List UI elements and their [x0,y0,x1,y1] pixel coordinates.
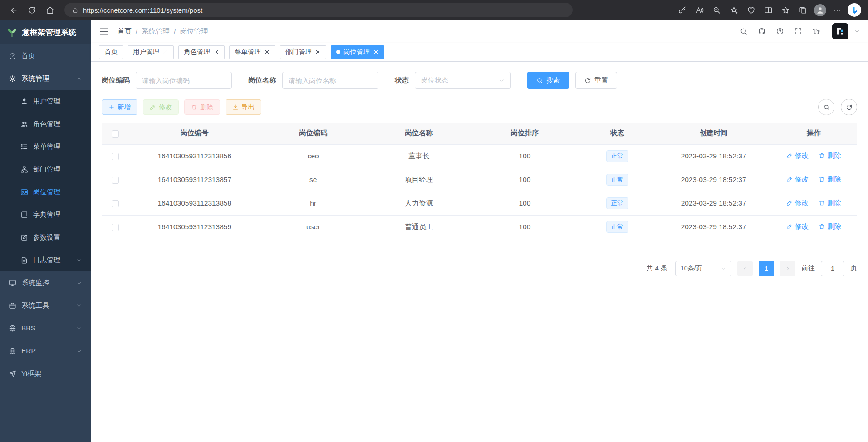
toggle-search-button[interactable] [818,99,834,115]
page-number-button[interactable]: 1 [759,261,774,276]
post-name: 项目经理 [366,168,472,192]
github-button[interactable] [754,24,770,39]
export-button[interactable]: 导出 [226,99,261,115]
edit-icon [786,223,793,230]
row-delete-link[interactable]: 删除 [819,152,841,160]
breadcrumb-home[interactable]: 首页 [118,27,132,36]
key-button[interactable] [674,2,690,18]
search-button[interactable]: 搜索 [527,72,569,89]
favorites-icon [781,6,790,15]
status-select[interactable]: 岗位状态 [415,72,511,89]
refresh-icon [28,6,36,15]
sidebar-item-erp[interactable]: ERP [0,339,91,362]
sidebar: 意框架管理系统 首页 系统管理 用户管理 角色管理 菜单管理 [0,20,91,442]
post-code-input[interactable] [136,72,232,89]
row-delete-link[interactable]: 删除 [819,175,841,184]
collections-button[interactable] [794,2,811,18]
status-badge: 正常 [606,221,628,233]
post-id: 1641030593112313858 [129,192,260,215]
close-icon[interactable] [373,49,379,55]
sidebar-item-dictionary[interactable]: 字典管理 [0,203,91,226]
row-checkbox[interactable] [112,153,119,160]
tab-menus[interactable]: 菜单管理 [229,45,275,59]
tab-users[interactable]: 用户管理 [128,45,174,59]
dashboard-icon [9,52,16,60]
split-screen-button[interactable] [760,2,776,18]
sidebar-item-parameters[interactable]: 参数设置 [0,226,91,249]
main-panel: 首页 / 系统管理 / 岗位管理 首页 用户管理 [91,20,868,442]
post-sort: 100 [472,168,578,192]
sidebar-item-departments[interactable]: 部门管理 [0,158,91,181]
next-page-button[interactable] [780,261,795,276]
refresh-table-button[interactable] [841,99,857,115]
table-row: 1641030593112313857 se 项目经理 100 正常 2023-… [102,168,857,192]
favorites-add-button[interactable] [726,2,742,18]
browser-home-button[interactable] [42,2,58,18]
status-badge: 正常 [606,174,628,186]
browser-profile-button[interactable] [812,2,828,18]
add-button[interactable]: 新增 [102,99,137,115]
row-edit-link[interactable]: 修改 [786,175,809,184]
sidebar-item-menus[interactable]: 菜单管理 [0,135,91,158]
row-checkbox[interactable] [112,177,119,184]
sidebar-item-bbs[interactable]: BBS [0,317,91,339]
chevron-up-icon [76,76,82,82]
row-checkbox[interactable] [112,200,119,207]
fullscreen-button[interactable] [790,24,806,39]
close-icon[interactable] [162,49,168,55]
sidebar-item-system[interactable]: 系统管理 [0,67,91,90]
sidebar-item-yi-framework[interactable]: Yi框架 [0,362,91,385]
goto-page-input[interactable] [821,261,844,276]
active-tab-dot [336,50,340,54]
post-name-input[interactable] [282,72,378,89]
tab-posts[interactable]: 岗位管理 [331,45,384,59]
sidebar-item-posts[interactable]: 岗位管理 [0,181,91,203]
prev-page-button[interactable] [737,261,753,276]
trash-icon [819,152,825,159]
sidebar-item-home[interactable]: 首页 [0,44,91,67]
row-checkbox[interactable] [112,224,119,231]
sidebar-item-users[interactable]: 用户管理 [0,90,91,113]
row-edit-link[interactable]: 修改 [786,222,809,231]
select-all-checkbox[interactable] [112,130,119,138]
close-icon[interactable] [264,49,270,55]
row-edit-link[interactable]: 修改 [786,152,809,160]
close-icon[interactable] [213,49,219,55]
browser-more-button[interactable] [829,2,845,18]
sidebar-item-roles[interactable]: 角色管理 [0,113,91,135]
tab-departments[interactable]: 部门管理 [280,45,326,59]
reset-button[interactable]: 重置 [575,72,617,89]
sidebar-toggle-icon[interactable] [99,26,109,37]
font-size-button[interactable] [809,24,824,39]
browser-refresh-button[interactable] [24,2,40,18]
header-search-button[interactable] [736,24,751,39]
menu-list-icon [20,143,28,151]
row-delete-link[interactable]: 删除 [819,199,841,207]
favorites-button[interactable] [777,2,794,18]
browser-back-button[interactable] [5,2,22,18]
sidebar-item-monitoring[interactable]: 系统监控 [0,271,91,294]
zoom-out-button[interactable] [708,2,725,18]
book-icon [20,211,28,219]
delete-button[interactable]: 删除 [184,99,220,115]
tab-roles[interactable]: 角色管理 [178,45,225,59]
read-aloud-button[interactable] [691,2,707,18]
user-avatar[interactable] [832,23,848,39]
sidebar-item-tools[interactable]: 系统工具 [0,294,91,317]
essentials-button[interactable] [743,2,759,18]
tab-home[interactable]: 首页 [99,45,123,59]
row-delete-link[interactable]: 删除 [819,222,841,231]
chevron-down-icon[interactable] [854,29,860,34]
app-title: 意框架管理系统 [22,27,76,38]
page-size-select[interactable]: 10条/页 [675,261,731,276]
help-button[interactable] [772,24,788,39]
edit-button[interactable]: 修改 [143,99,179,115]
address-bar[interactable]: https://ccnetcore.com:1101/system/post [64,3,573,17]
copilot-button[interactable] [846,2,863,18]
post-code: user [260,215,366,239]
post-code: ceo [260,144,366,168]
browser-toolbar [674,2,863,18]
close-icon[interactable] [315,49,321,55]
row-edit-link[interactable]: 修改 [786,199,809,207]
sidebar-item-logs[interactable]: 日志管理 [0,249,91,271]
